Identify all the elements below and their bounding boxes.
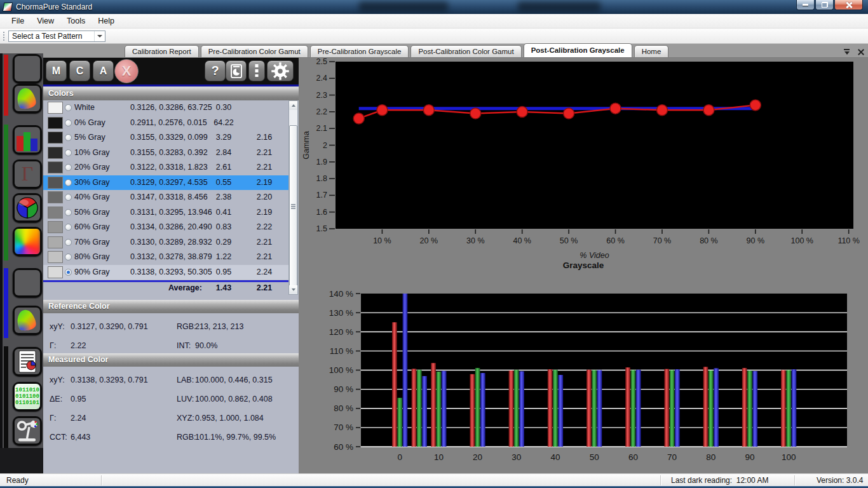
colors-table-row[interactable]: 50% Gray 0.3131, 0.3295, 13.946 0.41 2.1… xyxy=(43,205,288,220)
restore-button[interactable] xyxy=(815,0,834,10)
color-wheel-button[interactable] xyxy=(13,193,42,222)
gamma-button[interactable]: Γ xyxy=(13,159,42,189)
titlebar-reflection xyxy=(359,1,448,11)
tab-post-calibration-color-gamut[interactable]: Post-Calibration Color Gamut xyxy=(410,45,521,57)
colors-table-row[interactable]: 20% Gray 0.3122, 0.3318, 1.823 2.61 2.21 xyxy=(43,160,288,175)
row-delta-e: 64.22 xyxy=(205,118,243,127)
svg-text:30 %: 30 % xyxy=(466,236,485,245)
row-radio[interactable] xyxy=(65,254,72,261)
color-gamut-pattern-button[interactable] xyxy=(13,84,42,113)
manual-mode-button[interactable]: M xyxy=(46,60,67,81)
row-radio[interactable] xyxy=(65,134,72,141)
settings-button[interactable] xyxy=(267,60,294,81)
menu-file[interactable]: File xyxy=(5,15,31,27)
measured-field-label: LAB: xyxy=(177,376,194,384)
tab-pre-calibration-color-gamut[interactable]: Pre-Calibration Color Gamut xyxy=(201,45,308,57)
gear-icon xyxy=(271,62,290,81)
stop-button[interactable]: X xyxy=(114,59,139,83)
svg-text:2.3: 2.3 xyxy=(316,91,327,100)
options-menu-button[interactable] xyxy=(248,60,265,81)
menu-tools[interactable]: Tools xyxy=(60,15,92,27)
tab-calibration-report[interactable]: Calibration Report xyxy=(125,45,199,57)
colors-table-row[interactable]: 80% Gray 0.3132, 0.3278, 38.879 1.22 2.2… xyxy=(43,250,288,265)
tab-close-icon[interactable] xyxy=(857,48,864,55)
row-radio[interactable] xyxy=(65,179,72,186)
grayscale-pattern-button-2[interactable] xyxy=(13,268,42,297)
status-last-dark-reading: Last dark reading: 12:00 AM xyxy=(671,474,768,486)
app-window: ChormaPure Standard FileViewToolsHelp Se… xyxy=(0,0,868,488)
auto-mode-button[interactable]: A xyxy=(93,60,114,81)
colors-table-row[interactable]: 30% Gray 0.3129, 0.3297, 4.535 0.55 2.19 xyxy=(43,175,288,191)
measured-fields: xyY:0.3138, 0.3293, 0.791LAB:100.000, 0.… xyxy=(43,370,299,453)
average-row: Average: 1.43 2.21 xyxy=(43,282,288,294)
color-swatch xyxy=(48,221,63,233)
row-label: 40% Gray xyxy=(74,193,110,201)
color-gamut-pattern-button-2[interactable] xyxy=(13,306,42,335)
row-radio[interactable] xyxy=(65,269,72,276)
row-xyy-value: 0.2911, 0.2576, 0.015 xyxy=(130,118,207,127)
vertical-dots-icon xyxy=(254,64,259,79)
row-radio[interactable] xyxy=(65,149,72,156)
toolbar-grip-icon[interactable] xyxy=(3,31,5,41)
combobox-arrow[interactable] xyxy=(94,31,105,41)
row-delta-e: 0.30 xyxy=(205,103,243,112)
test-pattern-combobox[interactable]: Select a Test Pattern xyxy=(8,30,105,42)
row-radio[interactable] xyxy=(65,209,72,216)
colors-table-row[interactable]: 70% Gray 0.3130, 0.3289, 28.932 0.29 2.2… xyxy=(43,235,288,250)
scroll-down-icon[interactable] xyxy=(289,285,297,294)
measured-field-label: LUV: xyxy=(177,395,194,403)
row-delta-e: 3.29 xyxy=(205,133,243,142)
svg-text:100: 100 xyxy=(782,452,796,462)
binary-data-button[interactable]: 101101001011000110101 xyxy=(13,382,42,411)
colors-table-row[interactable]: 40% Gray 0.3147, 0.3318, 8.456 2.38 2.20 xyxy=(43,190,288,205)
row-radio[interactable] xyxy=(65,104,72,111)
row-radio[interactable] xyxy=(65,194,72,201)
tab-home[interactable]: Home xyxy=(634,45,669,57)
minimize-button[interactable] xyxy=(796,0,815,10)
tab-post-calibration-grayscale[interactable]: Post-Calibration Grayscale xyxy=(524,43,632,57)
row-radio[interactable] xyxy=(65,119,72,126)
colors-table-row[interactable]: 90% Gray 0.3138, 0.3293, 50.305 0.95 2.2… xyxy=(43,265,288,280)
window-title: ChormaPure Standard xyxy=(16,3,92,11)
colors-table-row[interactable]: 5% Gray 0.3155, 0.3329, 0.099 3.29 2.16 xyxy=(43,130,288,146)
colors-scrollbar[interactable] xyxy=(288,100,298,295)
menu-view[interactable]: View xyxy=(31,15,60,27)
scroll-up-icon[interactable] xyxy=(289,101,297,110)
row-label: 0% Gray xyxy=(74,118,105,127)
tab-pre-calibration-grayscale[interactable]: Pre-Calibration Grayscale xyxy=(310,45,409,57)
row-delta-e: 0.83 xyxy=(205,222,243,231)
report-document-icon xyxy=(15,349,40,374)
color-swatch xyxy=(48,251,63,263)
color-swatch xyxy=(48,266,63,278)
rainbow-button[interactable] xyxy=(13,227,42,256)
help-button[interactable]: ? xyxy=(205,60,226,81)
meter-button[interactable] xyxy=(13,416,42,445)
measured-field-label: CCT: xyxy=(50,433,67,442)
colors-table-row[interactable]: 0% Gray 0.2911, 0.2576, 0.015 64.22 xyxy=(43,116,288,131)
continuous-mode-button[interactable]: C xyxy=(69,60,90,81)
rgb-levels-button[interactable] xyxy=(13,125,42,154)
svg-text:1.6: 1.6 xyxy=(316,208,327,217)
close-icon xyxy=(845,1,852,8)
row-delta-e: 0.29 xyxy=(205,238,243,247)
svg-text:50 %: 50 % xyxy=(560,236,578,245)
colors-table-row[interactable]: 10% Gray 0.3155, 0.3283, 0.392 2.84 2.21 xyxy=(43,146,288,161)
report-button[interactable] xyxy=(13,347,42,376)
colors-table-row[interactable]: 60% Gray 0.3134, 0.3286, 20.490 0.83 2.2… xyxy=(43,220,288,235)
measured-field-label: xyY: xyxy=(50,376,65,384)
scrollbar-thumb[interactable] xyxy=(289,125,297,287)
timer-button[interactable] xyxy=(226,60,247,81)
colors-table-row[interactable]: White 0.3126, 0.3286, 63.725 0.30 xyxy=(43,100,288,116)
reference-field-value: 90.0% xyxy=(195,341,217,350)
row-radio[interactable] xyxy=(65,224,72,231)
menu-help[interactable]: Help xyxy=(92,15,121,27)
grayscale-pattern-button[interactable] xyxy=(13,54,42,83)
row-radio[interactable] xyxy=(65,164,72,171)
row-radio[interactable] xyxy=(65,239,72,246)
close-button[interactable] xyxy=(834,0,863,10)
row-xyy-value: 0.3134, 0.3286, 20.490 xyxy=(130,222,212,231)
pattern-toolbar: Select a Test Pattern xyxy=(0,29,868,44)
row-xyy-value: 0.3138, 0.3293, 50.305 xyxy=(130,268,212,276)
tab-list-dropdown[interactable] xyxy=(844,49,850,55)
average-gamma: 2.21 xyxy=(245,283,283,292)
